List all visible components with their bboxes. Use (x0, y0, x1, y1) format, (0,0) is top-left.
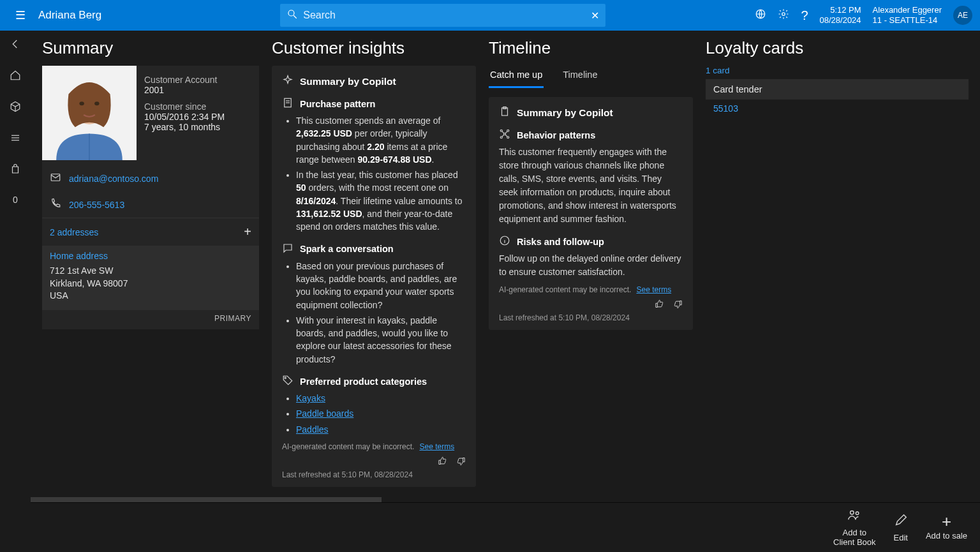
tab-catch-me-up[interactable]: Catch me up (489, 66, 544, 88)
datetime-display: 5:12 PM 08/28/2024 (820, 5, 861, 25)
thumbs-up-icon[interactable] (438, 456, 447, 468)
svg-rect-11 (51, 174, 60, 181)
clear-search-icon[interactable]: ✕ (591, 10, 599, 22)
see-terms-link-tl[interactable]: See terms (636, 285, 671, 294)
ai-footer-insights: AI-generated content may be incorrect. S… (282, 442, 466, 468)
tab-timeline[interactable]: Timeline (561, 66, 598, 88)
purchase-bullet-1: This customer spends an average of 2,632… (296, 114, 466, 166)
edit-button[interactable]: Edit (894, 513, 908, 542)
loyalty-column: Loyalty cards 1 card Card tender 55103 (706, 38, 969, 502)
address-line-1: 712 1st Ave SW (50, 265, 251, 278)
settings-icon[interactable] (778, 8, 789, 23)
bag-icon[interactable] (10, 163, 21, 178)
email-icon (50, 172, 61, 185)
prefs-title: Preferred product categories (300, 377, 427, 387)
store-label: 11 - SEATTLE-14 (873, 15, 942, 26)
add-sale-label: Add to sale (926, 531, 967, 541)
hamburger-icon[interactable]: ☰ (8, 8, 33, 22)
help-icon[interactable]: ? (801, 8, 808, 23)
purchase-pattern-section: Purchase pattern This customer spends an… (282, 97, 466, 234)
back-icon[interactable] (10, 38, 21, 53)
refreshed-insights: Last refreshed at 5:10 PM, 08/28/2024 (282, 470, 466, 479)
loyalty-card-number[interactable]: 55103 (706, 100, 969, 117)
ai-disclaimer: AI-generated content may be incorrect. (282, 442, 414, 451)
behavior-text: This customer frequently engages with th… (499, 145, 683, 226)
see-terms-link[interactable]: See terms (419, 442, 454, 451)
user-avatar[interactable]: AE (953, 6, 972, 25)
add-to-sale-button[interactable]: + Add to sale (926, 514, 967, 541)
account-label: Customer Account (144, 75, 225, 85)
risks-title: Risks and follow-up (517, 237, 604, 247)
svg-point-15 (285, 377, 286, 378)
spark-bullet-2: With your interest in kayaks, paddle boa… (296, 314, 466, 366)
horizontal-scrollbar[interactable] (31, 497, 382, 502)
svg-point-9 (79, 101, 84, 105)
add-address-icon[interactable]: + (244, 225, 251, 239)
timeline-column: Timeline Catch me up Timeline Summary by… (489, 38, 693, 502)
loyalty-card-row[interactable]: Card tender (706, 79, 969, 100)
search-input[interactable] (298, 10, 591, 21)
thumbs-up-icon-tl[interactable] (655, 299, 664, 311)
email-row[interactable]: adriana@contoso.com (42, 165, 259, 191)
addresses-label: 2 addresses (50, 227, 98, 237)
plus-icon: + (942, 514, 951, 528)
phone-icon (50, 198, 61, 211)
add-to-client-book-button[interactable]: Add to Client Book (833, 508, 875, 547)
address-block[interactable]: Home address 712 1st Ave SW Kirkland, WA… (42, 246, 259, 310)
ai-footer-timeline: AI-generated content may be incorrect. S… (499, 285, 683, 311)
customer-name: Adriana Berg (38, 9, 101, 22)
list-icon[interactable] (10, 132, 21, 147)
pref-link-1[interactable]: Kayaks (296, 393, 325, 403)
risks-section: Risks and follow-up Follow up on the del… (499, 235, 683, 279)
add-client-book-label-2: Client Book (833, 537, 875, 547)
svg-line-1 (293, 15, 297, 19)
risks-text: Follow up on the delayed online order de… (499, 252, 683, 279)
home-icon[interactable] (10, 70, 21, 84)
people-icon (847, 508, 861, 525)
address-line-2: Kirkland, WA 98007 (50, 278, 251, 290)
since-duration: 7 years, 10 months (144, 122, 225, 132)
tag-icon (282, 375, 293, 388)
behavior-section: Behavior patterns This customer frequent… (499, 128, 683, 226)
address-line-3: USA (50, 290, 251, 302)
globe-icon[interactable] (755, 8, 766, 23)
svg-point-30 (850, 511, 854, 515)
svg-point-10 (94, 101, 99, 105)
user-info[interactable]: Alexander Eggerer 11 - SEATTLE-14 (873, 5, 942, 25)
phone-link[interactable]: 206-555-5613 (69, 200, 124, 210)
home-address-label: Home address (50, 251, 251, 261)
thumbs-down-icon-tl[interactable] (673, 299, 683, 311)
svg-point-19 (507, 130, 509, 131)
box-icon[interactable] (10, 101, 21, 116)
left-nav-rail: 0 (0, 31, 31, 552)
search-box[interactable]: ✕ (280, 4, 605, 27)
chat-icon (282, 242, 293, 256)
svg-point-3 (782, 12, 785, 15)
receipt-icon (282, 97, 293, 110)
svg-line-26 (505, 135, 507, 137)
timeline-title: Timeline (489, 38, 693, 58)
cart-badge[interactable]: 0 (13, 195, 18, 205)
summary-column: Summary Customer Account (42, 38, 259, 502)
phone-row[interactable]: 206-555-5613 (42, 191, 259, 218)
svg-point-20 (500, 137, 502, 138)
pref-link-3[interactable]: Paddles (296, 424, 329, 435)
svg-point-0 (288, 10, 294, 16)
network-icon (499, 128, 510, 142)
timeline-tabs: Catch me up Timeline (489, 66, 693, 88)
top-bar: ☰ Adriana Berg ✕ ? 5:12 PM 08/28/2024 Al… (0, 0, 980, 31)
pref-link-2[interactable]: Paddle boards (296, 408, 353, 419)
loyalty-count[interactable]: 1 card (706, 66, 969, 75)
user-name: Alexander Eggerer (873, 5, 942, 15)
timeline-card: Summary by Copilot Behavior patterns Thi… (489, 97, 693, 330)
customer-photo (42, 66, 137, 160)
main-content: Summary Customer Account (31, 31, 980, 502)
purchase-pattern-title: Purchase pattern (300, 99, 375, 109)
since-label: Customer since (144, 101, 225, 112)
bottom-action-bar: Add to Client Book Edit + Add to sale (31, 502, 980, 552)
email-link[interactable]: adriana@contoso.com (69, 174, 158, 184)
svg-line-24 (505, 131, 507, 133)
addresses-header[interactable]: 2 addresses + (42, 218, 259, 246)
info-icon (499, 235, 510, 248)
thumbs-down-icon[interactable] (456, 456, 466, 468)
